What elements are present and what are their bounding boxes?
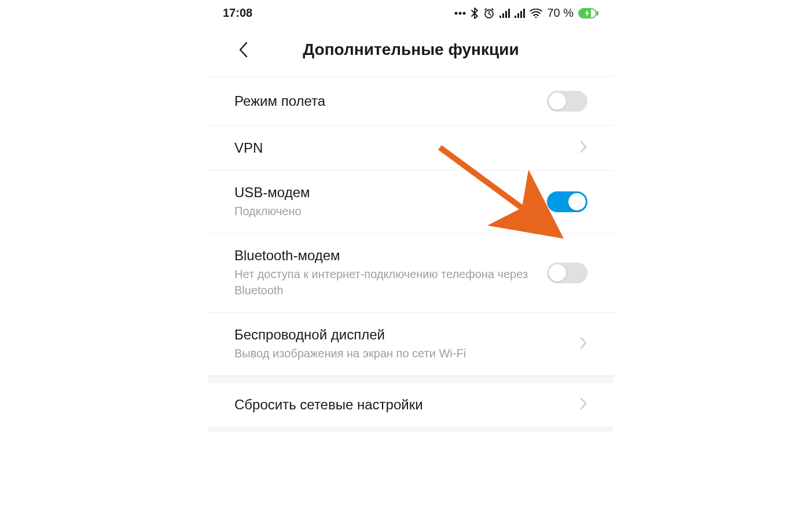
svg-rect-7 [508, 9, 510, 18]
svg-rect-6 [505, 11, 507, 18]
svg-point-12 [535, 16, 537, 18]
svg-rect-11 [523, 9, 525, 18]
chevron-right-icon [579, 140, 587, 156]
reset-network-item[interactable]: Сбросить сетевые настройки [208, 383, 613, 427]
vpn-item[interactable]: VPN [208, 126, 613, 171]
svg-point-2 [463, 12, 466, 14]
bluetooth-modem-item[interactable]: Bluetooth-модем Нет доступа к интернет-п… [208, 234, 613, 313]
svg-point-0 [455, 12, 458, 14]
status-time: 17:08 [223, 6, 252, 20]
usb-modem-subtitle: Подключено [234, 203, 535, 219]
status-icons: 70 % [454, 6, 599, 20]
section-divider [208, 427, 613, 432]
wireless-display-item[interactable]: Беспроводной дисплей Вывод изображения н… [208, 313, 613, 376]
svg-rect-4 [499, 16, 501, 18]
reset-network-label: Сбросить сетевые настройки [234, 397, 568, 413]
airplane-mode-label: Режим полета [234, 93, 535, 109]
alarm-icon [483, 8, 495, 19]
airplane-mode-item[interactable]: Режим полета [208, 77, 613, 126]
page-header: Дополнительные функции [208, 26, 613, 77]
svg-point-1 [459, 12, 462, 14]
vpn-label: VPN [234, 140, 568, 156]
chevron-right-icon [579, 336, 587, 352]
svg-rect-9 [517, 13, 519, 18]
battery-charging-icon [578, 8, 599, 19]
wifi-icon [530, 9, 542, 18]
usb-modem-label: USB-модем [234, 184, 535, 201]
settings-list: Режим полета VPN USB-модем Подключено [208, 77, 613, 432]
svg-rect-14 [597, 11, 598, 16]
signal-2-icon [515, 9, 525, 18]
phone-screen: 17:08 70 % [208, 0, 613, 510]
airplane-mode-toggle[interactable] [547, 91, 587, 112]
svg-rect-10 [520, 11, 522, 18]
bluetooth-modem-toggle[interactable] [547, 263, 587, 283]
section-divider [208, 376, 613, 383]
wireless-display-label: Беспроводной дисплей [234, 327, 568, 343]
battery-percent: 70 % [547, 6, 574, 20]
status-bar: 17:08 70 % [208, 0, 613, 26]
more-icon [454, 12, 466, 15]
usb-modem-toggle[interactable] [547, 191, 587, 212]
wireless-display-subtitle: Вывод изображения на экран по сети Wi-Fi [234, 345, 568, 361]
usb-modem-item[interactable]: USB-модем Подключено [208, 171, 613, 234]
bluetooth-modem-subtitle: Нет доступа к интернет-подключению телеф… [234, 266, 535, 298]
svg-rect-5 [502, 13, 504, 18]
page-title: Дополнительные функции [234, 40, 587, 59]
svg-rect-8 [515, 16, 516, 18]
bluetooth-modem-label: Bluetooth-модем [234, 247, 535, 264]
bluetooth-icon [471, 8, 479, 19]
signal-1-icon [499, 9, 510, 18]
chevron-right-icon [579, 397, 587, 413]
